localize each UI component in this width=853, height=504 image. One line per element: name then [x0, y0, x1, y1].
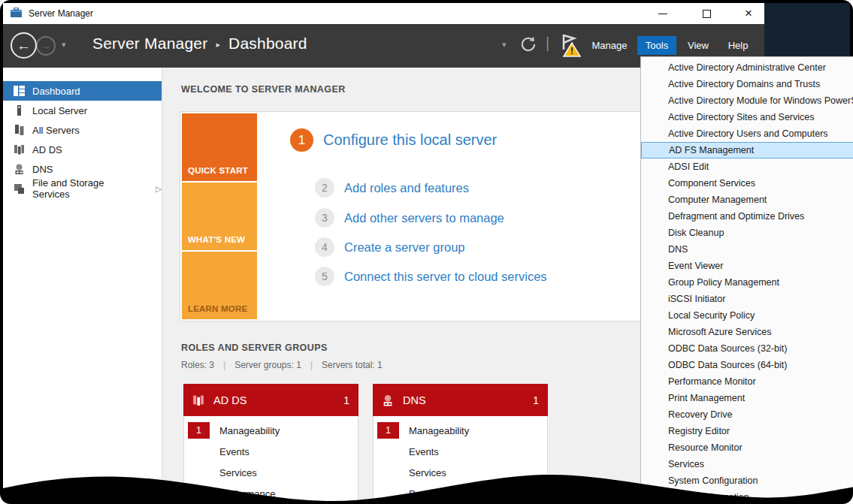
step-link[interactable]: Add other servers to manage [344, 211, 504, 225]
tile-row-label[interactable]: Services [409, 467, 446, 478]
tile-row-label[interactable]: Events [409, 446, 439, 457]
alert-count-badge: 1 [188, 422, 210, 439]
sidebar-item-dashboard[interactable]: Dashboard [3, 81, 162, 101]
tools-menu-item-component-services[interactable]: Component Services [641, 175, 853, 192]
alert-count-badge [377, 443, 399, 460]
step-link[interactable]: Add roles and features [344, 181, 469, 195]
tools-menu-item-ad-module-powershell[interactable]: Active Directory Module for Windows Powe… [641, 92, 853, 109]
step-link[interactable]: Connect this server to cloud services [344, 270, 547, 284]
close-button[interactable]: × [734, 3, 764, 24]
step-link[interactable]: Configure this local server [323, 131, 497, 149]
tools-menu-item-registry-editor[interactable]: Registry Editor [641, 423, 853, 439]
step-create-server-group[interactable]: 4 Create a server group [315, 237, 465, 257]
tools-menu-item-local-security-policy[interactable]: Local Security Policy [641, 307, 853, 324]
sidebar-item-file-storage-services[interactable]: File and Storage Services ▷ [3, 179, 162, 198]
sidebar-item-all-servers[interactable]: All Servers [3, 120, 162, 140]
refresh-icon[interactable] [519, 35, 538, 57]
tile-ad-ds-header[interactable]: AD DS 1 [183, 384, 358, 416]
menu-tools[interactable]: Tools [637, 36, 676, 55]
roles-count: Roles: 3 [181, 360, 214, 370]
step-number-badge: 5 [315, 267, 334, 286]
tools-menu-item-services[interactable]: Services [641, 456, 853, 472]
back-button[interactable]: ← [11, 32, 37, 59]
tile-row-services[interactable]: Services [184, 462, 358, 483]
tile-row-manageability[interactable]: 1 Manageability [374, 420, 547, 441]
welcome-section-title: WELCOME TO SERVER MANAGER [181, 84, 346, 95]
tile-row-label[interactable]: Manageability [409, 425, 469, 436]
breadcrumb-root[interactable]: Server Manager [92, 35, 207, 53]
tools-menu-item-iscsi-initiator[interactable]: iSCSI Initiator [641, 291, 853, 307]
tools-menu-item-print-management[interactable]: Print Management [641, 390, 853, 406]
sidebar-item-ad-ds[interactable]: AD DS [3, 140, 162, 159]
tools-menu-item-recovery-drive[interactable]: Recovery Drive [641, 406, 853, 423]
tools-menu-item-adsi-edit[interactable]: ADSI Edit [641, 158, 853, 175]
notifications-flag-icon[interactable]: ! [558, 33, 585, 62]
stats-divider: | [223, 360, 225, 370]
step-link[interactable]: Create a server group [344, 240, 465, 255]
breadcrumb-current[interactable]: Dashboard [228, 35, 307, 53]
sidebar-item-dns[interactable]: DNS [3, 159, 162, 179]
tile-row-label[interactable]: Events [219, 446, 250, 457]
maximize-icon [703, 10, 711, 18]
step-number-badge: 3 [315, 208, 334, 228]
step-add-roles-features[interactable]: 2 Add roles and features [315, 178, 469, 198]
desktop-background [764, 3, 850, 56]
tools-menu-item-computer-management[interactable]: Computer Management [641, 192, 853, 208]
sidebar-item-label: DNS [32, 164, 53, 175]
step-configure-local-server[interactable]: 1 Configure this local server [290, 128, 497, 152]
ad-ds-icon [14, 144, 25, 155]
tools-menu-item-disk-cleanup[interactable]: Disk Cleanup [641, 225, 853, 241]
tools-menu-item-microsoft-azure-services[interactable]: Microsoft Azure Services [641, 324, 853, 340]
maximize-button[interactable] [691, 3, 721, 24]
tools-menu-item-ad-domains-trusts[interactable]: Active Directory Domains and Trusts [641, 76, 853, 92]
tile-row-events[interactable]: Events [374, 441, 547, 462]
tools-menu-item-performance-monitor[interactable]: Performance Monitor [641, 373, 853, 390]
learn-more-tab[interactable]: LEARN MORE [182, 252, 257, 319]
step-add-other-servers[interactable]: 3 Add other servers to manage [315, 208, 504, 228]
menu-view[interactable]: View [680, 36, 716, 55]
tools-menu-item-odbc-64[interactable]: ODBC Data Sources (64-bit) [641, 357, 853, 373]
tile-row-performance[interactable]: Performance [374, 483, 547, 504]
whats-new-tab[interactable]: WHAT'S NEW [182, 183, 257, 250]
tile-ad-ds-body: 1 Manageability Events Services Performa… [183, 416, 358, 504]
tile-row-manageability[interactable]: 1 Manageability [184, 420, 358, 441]
title-bar[interactable]: Server Manager × [3, 3, 764, 24]
learn-more-label: LEARN MORE [188, 304, 247, 313]
tile-dns-header[interactable]: DNS 1 [373, 384, 548, 416]
minimize-icon [658, 14, 667, 14]
menu-manage[interactable]: Manage [588, 36, 631, 55]
tools-menu-item-group-policy[interactable]: Group Policy Management [641, 274, 853, 291]
breadcrumb: Server Manager ▸ Dashboard [92, 35, 307, 53]
tools-menu-item-ad-administrative-center[interactable]: Active Directory Administrative Center [641, 59, 853, 76]
tile-row-label[interactable]: Manageability [219, 425, 280, 436]
tile-row-label[interactable]: Performance [219, 488, 275, 499]
expand-arrow-icon[interactable]: ▷ [156, 185, 162, 193]
tools-menu-item-defragment-optimize[interactable]: Defragment and Optimize Drives [641, 208, 853, 225]
menu-help[interactable]: Help [720, 36, 756, 55]
step-connect-cloud-services[interactable]: 5 Connect this server to cloud services [315, 267, 547, 286]
tools-menu-item-ad-users-computers[interactable]: Active Directory Users and Computers [641, 125, 853, 142]
servers-chevron-down-icon[interactable]: ▾ [502, 40, 507, 50]
tools-menu-item-event-viewer[interactable]: Event Viewer [641, 258, 853, 274]
tile-row-services[interactable]: Services [374, 462, 547, 483]
tile-row-label[interactable]: Services [219, 467, 257, 478]
window-title: Server Manager [29, 8, 93, 19]
history-chevron-down-icon[interactable]: ▾ [62, 40, 66, 50]
tile-row-label[interactable]: Performance [409, 488, 464, 499]
sidebar-item-local-server[interactable]: Local Server [3, 101, 162, 120]
tools-menu-item-system-configuration[interactable]: System Configuration [641, 472, 853, 489]
quick-start-tab[interactable]: QUICK START [182, 113, 257, 181]
tools-menu-item-odbc-32[interactable]: ODBC Data Sources (32-bit) [641, 340, 853, 357]
tools-menu-item-resource-monitor[interactable]: Resource Monitor [641, 439, 853, 456]
forward-button[interactable]: → [36, 36, 56, 56]
tile-row-events[interactable]: Events [184, 441, 358, 462]
minimize-button[interactable] [648, 3, 678, 24]
tools-menu-item-dns[interactable]: DNS [641, 241, 853, 258]
server-icon [14, 105, 25, 116]
sidebar-item-label: Local Server [32, 105, 87, 116]
breadcrumb-separator-icon: ▸ [216, 38, 220, 50]
tile-row-performance[interactable]: Performance [184, 483, 358, 504]
tools-menu-item-system-information[interactable]: System Information [641, 489, 853, 504]
tools-menu-item-ad-sites-services[interactable]: Active Directory Sites and Services [641, 109, 853, 125]
tools-menu-item-ad-fs-management[interactable]: AD FS Management [641, 142, 853, 158]
